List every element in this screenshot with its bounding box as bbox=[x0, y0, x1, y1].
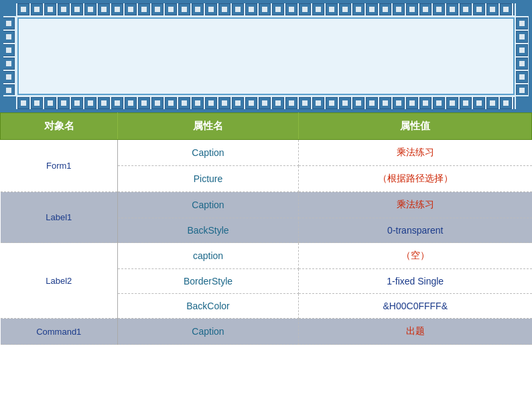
header-property-name: 属性名 bbox=[118, 113, 299, 140]
property-name-cell: caption bbox=[118, 243, 299, 269]
property-name-cell: BorderStyle bbox=[118, 269, 299, 294]
table-row: Form1Caption乘法练习 bbox=[1, 140, 532, 166]
object-name-cell: Label2 bbox=[1, 243, 118, 319]
property-name-cell: BackColor bbox=[118, 294, 299, 319]
top-pattern-segments: // Will be rendered via JS below bbox=[17, 3, 515, 15]
properties-table-container: 对象名 属性名 属性值 Form1Caption乘法练习Picture（根据路径… bbox=[0, 112, 532, 399]
table-body: Form1Caption乘法练习Picture（根据路径选择）Label1Cap… bbox=[1, 140, 532, 345]
header-property-value: 属性值 bbox=[299, 113, 532, 140]
property-name-cell: Caption bbox=[118, 192, 299, 218]
table-row: Label1Caption乘法练习 bbox=[1, 192, 532, 218]
corner-tr-piece bbox=[516, 3, 529, 16]
property-value-cell: 1-fixed Single bbox=[299, 269, 532, 294]
left-pattern-segments bbox=[3, 17, 16, 95]
property-name-cell: Caption bbox=[118, 140, 299, 166]
bottom-pattern-segments bbox=[17, 97, 515, 109]
properties-table: 对象名 属性名 属性值 Form1Caption乘法练习Picture（根据路径… bbox=[0, 112, 532, 345]
object-name-cell: Form1 bbox=[1, 140, 118, 192]
decorative-header: // Will be rendered via JS below bbox=[0, 0, 532, 112]
corner-tl-piece bbox=[3, 3, 16, 16]
bottom-pattern-bar bbox=[3, 96, 529, 110]
table-header-row: 对象名 属性名 属性值 bbox=[1, 113, 532, 140]
header-object-name: 对象名 bbox=[1, 113, 118, 140]
object-name-cell: Label1 bbox=[1, 192, 118, 243]
table-row: Command1Caption出题 bbox=[1, 319, 532, 345]
right-pattern-segments bbox=[516, 17, 529, 95]
top-pattern-bar: // Will be rendered via JS below bbox=[3, 3, 529, 16]
property-value-cell: （空） bbox=[299, 243, 532, 269]
property-value-cell: 乘法练习 bbox=[299, 192, 532, 218]
property-name-cell: Caption bbox=[118, 319, 299, 345]
property-value-cell: （根据路径选择） bbox=[299, 166, 532, 192]
property-name-cell: BackStyle bbox=[118, 218, 299, 243]
inner-content bbox=[17, 17, 515, 95]
property-value-cell: 乘法练习 bbox=[299, 140, 532, 166]
corner-bl-piece bbox=[3, 96, 16, 110]
property-name-cell: Picture bbox=[118, 166, 299, 192]
object-name-cell: Command1 bbox=[1, 319, 118, 345]
property-value-cell: 出题 bbox=[299, 319, 532, 345]
property-value-cell: &H00C0FFFF& bbox=[299, 294, 532, 319]
table-row: Label2caption（空） bbox=[1, 243, 532, 269]
corner-br-piece bbox=[516, 96, 529, 110]
property-value-cell: 0-transparent bbox=[299, 218, 532, 243]
